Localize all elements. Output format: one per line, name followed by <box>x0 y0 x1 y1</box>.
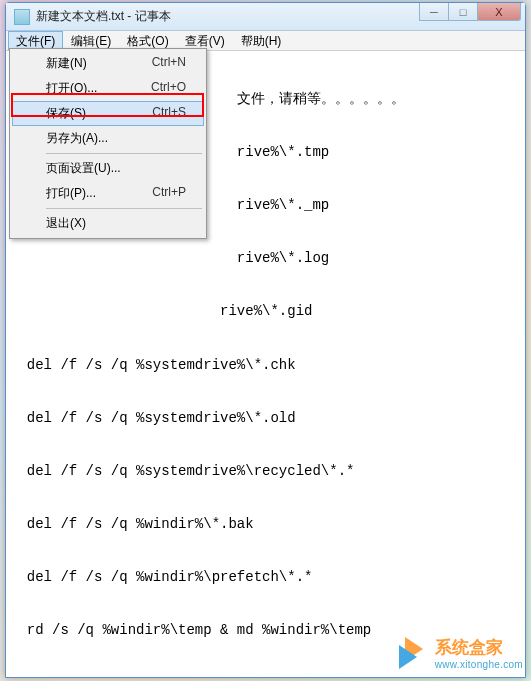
close-button[interactable]: X <box>477 3 521 21</box>
menu-item-save[interactable]: 保存(S) Ctrl+S <box>12 101 204 126</box>
menu-shortcut: Ctrl+P <box>152 185 186 202</box>
titlebar[interactable]: 新建文本文档.txt - 记事本 ─ □ X <box>6 3 525 31</box>
menu-item-new[interactable]: 新建(N) Ctrl+N <box>12 51 204 76</box>
menu-label: 保存(S) <box>46 105 86 122</box>
menu-label: 页面设置(U)... <box>46 160 121 177</box>
menu-item-open[interactable]: 打开(O)... Ctrl+O <box>12 76 204 101</box>
menu-item-pagesetup[interactable]: 页面设置(U)... <box>12 156 204 181</box>
menu-item-print[interactable]: 打印(P)... Ctrl+P <box>12 181 204 206</box>
menu-label: 退出(X) <box>46 215 86 232</box>
window-title: 新建文本文档.txt - 记事本 <box>36 8 171 25</box>
menu-item-exit[interactable]: 退出(X) <box>12 211 204 236</box>
minimize-button[interactable]: ─ <box>419 3 449 21</box>
menu-label: 打开(O)... <box>46 80 97 97</box>
menu-separator <box>46 153 202 154</box>
maximize-button[interactable]: □ <box>448 3 478 21</box>
window-controls: ─ □ X <box>420 3 521 21</box>
watermark-title: 系统盒家 <box>435 636 523 659</box>
watermark-url: www.xitonghe.com <box>435 659 523 670</box>
menu-separator <box>46 208 202 209</box>
file-menu-dropdown: 新建(N) Ctrl+N 打开(O)... Ctrl+O 保存(S) Ctrl+… <box>9 48 207 239</box>
menu-shortcut: Ctrl+O <box>151 80 186 97</box>
menu-label: 另存为(A)... <box>46 130 108 147</box>
menu-label: 新建(N) <box>46 55 87 72</box>
menu-shortcut: Ctrl+S <box>152 105 186 122</box>
app-icon <box>14 9 30 25</box>
menu-label: 打印(P)... <box>46 185 96 202</box>
menu-item-saveas[interactable]: 另存为(A)... <box>12 126 204 151</box>
menu-help[interactable]: 帮助(H) <box>233 31 290 50</box>
watermark: 系统盒家 www.xitonghe.com <box>395 635 523 671</box>
watermark-icon <box>395 635 431 671</box>
menu-shortcut: Ctrl+N <box>152 55 186 72</box>
